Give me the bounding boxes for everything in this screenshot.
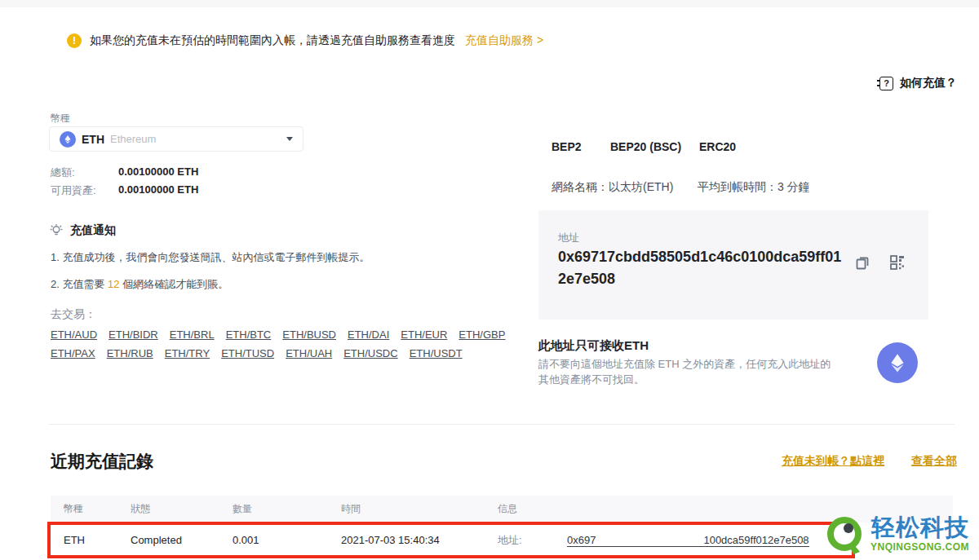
warning-icon: ! [67, 33, 82, 48]
coin-select[interactable]: ETH Ethereum [49, 126, 303, 152]
pair-link[interactable]: ETH/BTC [226, 329, 272, 341]
col-amount: 數量 [233, 496, 252, 523]
top-strip [0, 0, 979, 7]
pair-link[interactable]: ETH/BRL [170, 329, 215, 341]
watermark-site: YNQINGSONG.COM [870, 541, 969, 553]
pair-link[interactable]: ETH/TRY [165, 347, 210, 359]
address-warning-title: 此地址只可接收ETH [538, 338, 649, 354]
go-trade-label: 去交易： [51, 307, 96, 322]
watermark-text: 轻松科技 YNQINGSONG.COM [870, 514, 969, 553]
total-label: 總額: [51, 165, 118, 180]
confirmation-count: 12 [108, 278, 119, 290]
pair-link[interactable]: ETH/EUR [401, 329, 447, 341]
coin-fullname: Ethereum [110, 133, 156, 145]
notice-item-2-pre: 2. 充值需要 [51, 278, 108, 290]
pair-link[interactable]: ETH/DAI [348, 329, 389, 341]
pair-link[interactable]: ETH/BIDR [109, 329, 158, 341]
total-value: 0.00100000 ETH [118, 165, 198, 180]
available-balance-row: 可用資產: 0.00100000 ETH [51, 183, 198, 198]
notice-item-2: 2. 充值需要 12 個網絡確認才能到賬。 [51, 277, 228, 292]
address-card: 地址 0x69717cbdd58505d1c46c0100dca59ff012e… [538, 210, 928, 320]
deposit-notice-title: 充值通知 [49, 223, 116, 238]
deposit-not-arrived-link[interactable]: 充值未到帳？點這裡 [782, 454, 884, 469]
notice-item-2-post: 個網絡確認才能到賬。 [120, 278, 229, 290]
how-to-deposit-label: 如何充值？ [900, 76, 957, 90]
pair-link[interactable]: ETH/UAH [286, 347, 332, 359]
pair-link[interactable]: ETH/BUSD [282, 329, 336, 341]
pair-link[interactable]: ETH/PAX [51, 347, 95, 359]
tab-bep20-bsc[interactable]: BEP20 (BSC) [610, 140, 681, 153]
row-amount: 0.001 [233, 523, 259, 558]
eth-logo-badge [877, 342, 918, 383]
view-all-link[interactable]: 查看全部 [911, 454, 957, 469]
total-balance-row: 總額: 0.00100000 ETH [51, 165, 198, 180]
row-time: 2021-07-03 15:40:34 [341, 523, 440, 558]
row-address-end: 100dca59ff012e7e508 [703, 534, 808, 546]
row-status: Completed [131, 523, 182, 558]
table-row: ETH Completed 0.001 2021-07-03 15:40:34 … [51, 523, 953, 558]
help-book-icon: ? [879, 77, 893, 90]
col-info: 信息 [498, 496, 517, 523]
pair-link[interactable]: ETH/RUB [107, 347, 153, 359]
col-status: 狀態 [131, 496, 150, 523]
address-warning-line-1: 請不要向這個地址充值除 ETH 之外的資產，任何充入此地址的 [538, 356, 831, 372]
table-header-row: 幣種 狀態 數量 時間 信息 [51, 496, 953, 523]
watermark-logo-icon [826, 514, 866, 557]
notice-item-1: 1. 充值成功後，我們會向您發送簡訊、站內信或電子郵件到帳提示。 [51, 250, 370, 265]
deposit-notice-label: 充值通知 [70, 223, 116, 238]
deposit-page: ! 如果您的充值未在預估的時間範圍內入帳，請透過充值自助服務查看進度 充值自助服… [0, 0, 979, 560]
self-service-link[interactable]: 充值自助服務 > [465, 33, 543, 48]
deposit-address: 0x69717cbdd58505d1c46c0100dca59ff012e7e5… [558, 246, 844, 290]
row-coin: ETH [64, 523, 85, 558]
available-value: 0.00100000 ETH [118, 183, 198, 198]
coin-symbol: ETH [82, 133, 104, 146]
pair-link[interactable]: ETH/TUSD [221, 347, 274, 359]
row-address-link[interactable]: 0x697 100dca59ff012e7e508 [567, 534, 809, 547]
row-info-label: 地址: [498, 523, 522, 558]
pair-link[interactable]: ETH/GBP [458, 329, 505, 341]
tab-erc20[interactable]: ERC20 [699, 140, 736, 153]
chevron-down-icon [286, 137, 293, 141]
row-address-start: 0x697 [567, 534, 596, 546]
eth-coin-icon [60, 131, 76, 148]
tab-bep2[interactable]: BEP2 [552, 140, 582, 153]
recent-deposits-title: 近期充值記錄 [51, 450, 153, 473]
network-name: 網絡名稱：以太坊(ETH) [552, 180, 673, 195]
lightbulb-icon [49, 223, 64, 238]
site-watermark: 轻松科技 YNQINGSONG.COM [826, 514, 969, 557]
section-divider [49, 424, 955, 425]
how-to-deposit[interactable]: ? 如何充值？ [879, 76, 957, 90]
available-label: 可用資產: [51, 183, 118, 198]
address-warning-desc: 請不要向這個地址充值除 ETH 之外的資產，任何充入此地址的 其他資產將不可找回… [538, 356, 831, 387]
pair-link[interactable]: ETH/USDC [343, 347, 397, 359]
qr-code-icon[interactable] [888, 253, 907, 272]
pair-link[interactable]: ETH/USDT [410, 347, 463, 359]
pair-link[interactable]: ETH/AUD [51, 329, 97, 341]
col-coin: 幣種 [64, 496, 83, 523]
deposit-pending-banner: ! 如果您的充值未在預估的時間範圍內入帳，請透過充值自助服務查看進度 充值自助服… [67, 33, 543, 48]
address-warning-line-2: 其他資產將不可找回。 [538, 372, 831, 387]
banner-text: 如果您的充值未在預估的時間範圍內入帳，請透過充值自助服務查看進度 [90, 33, 455, 48]
coin-label: 幣種 [51, 112, 70, 126]
arrival-time: 平均到帳時間：3 分鐘 [698, 180, 810, 195]
copy-icon[interactable] [853, 253, 872, 272]
address-label: 地址 [558, 231, 579, 245]
watermark-name: 轻松科技 [871, 514, 969, 540]
col-time: 時間 [341, 496, 361, 523]
trade-pairs-row-2: ETH/PAX ETH/RUB ETH/TRY ETH/TUSD ETH/UAH… [51, 347, 463, 359]
trade-pairs-row-1: ETH/AUD ETH/BIDR ETH/BRL ETH/BTC ETH/BUS… [51, 329, 505, 341]
